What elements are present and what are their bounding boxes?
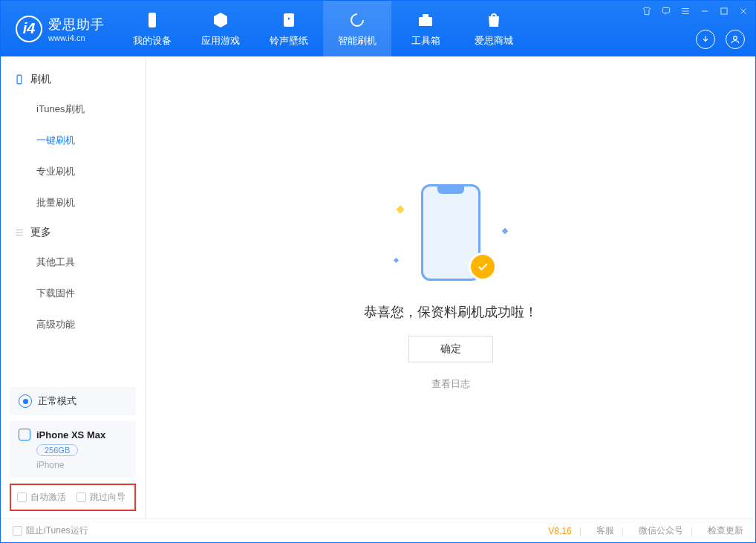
checkbox-label: 阻止iTunes运行: [26, 524, 88, 537]
nav-label: 智能刷机: [338, 34, 377, 48]
device-name: iPhone XS Max: [36, 429, 105, 440]
nav-label: 我的设备: [133, 34, 172, 48]
version-label: V8.16: [548, 526, 571, 536]
group-label: 刷机: [30, 73, 51, 86]
nav-apps[interactable]: 应用游戏: [186, 1, 255, 56]
svg-rect-7: [17, 75, 22, 84]
app-title: 爱思助手: [48, 16, 105, 33]
sidebar-group-more: 更多: [1, 218, 145, 247]
svg-rect-1: [284, 13, 294, 27]
download-button[interactable]: [696, 30, 715, 49]
app-window: i4 爱思助手 www.i4.cn 我的设备 应用游戏 铃声壁纸 智能刷机: [0, 0, 756, 543]
user-button[interactable]: [726, 30, 745, 49]
cube-icon: [211, 10, 230, 30]
support-link[interactable]: 客服: [596, 524, 614, 537]
checkbox-icon: [17, 492, 27, 502]
nav-flash[interactable]: 智能刷机: [323, 1, 391, 56]
svg-rect-4: [662, 7, 669, 13]
check-update-link[interactable]: 检查更新: [708, 524, 743, 537]
footer: 阻止iTunes运行 V8.16 | 客服 | 微信公众号 | 检查更新: [1, 518, 755, 542]
toolbox-icon: [416, 10, 435, 30]
header: i4 爱思助手 www.i4.cn 我的设备 应用游戏 铃声壁纸 智能刷机: [1, 1, 755, 56]
checkbox-label: 跳过向导: [90, 491, 126, 504]
sidebar-item-batch-flash[interactable]: 批量刷机: [1, 187, 145, 218]
svg-rect-3: [423, 14, 428, 17]
sidebar-group-flash: 刷机: [1, 65, 145, 94]
sidebar-item-one-click[interactable]: 一键刷机: [1, 125, 145, 156]
shirt-icon[interactable]: [639, 4, 654, 19]
nav-label: 爱思商城: [475, 34, 513, 48]
group-label: 更多: [30, 226, 51, 239]
window-controls: [639, 4, 751, 19]
svg-rect-0: [149, 13, 156, 27]
nav-label: 工具箱: [411, 34, 440, 48]
nav-toolbox[interactable]: 工具箱: [391, 1, 460, 56]
sidebar: 刷机 iTunes刷机 一键刷机 专业刷机 批量刷机 更多 其他工具 下载固件 …: [1, 56, 146, 518]
body: 刷机 iTunes刷机 一键刷机 专业刷机 批量刷机 更多 其他工具 下载固件 …: [1, 56, 755, 518]
top-nav: 我的设备 应用游戏 铃声壁纸 智能刷机 工具箱 爱思商城: [118, 1, 528, 56]
device-card[interactable]: iPhone XS Max 256GB iPhone: [10, 421, 136, 478]
checkbox-auto-activate[interactable]: 自动激活: [17, 491, 66, 504]
mode-label: 正常模式: [38, 394, 76, 408]
header-right: [696, 30, 745, 49]
success-message: 恭喜您，保资料刷机成功啦！: [364, 303, 538, 321]
device-icon: [143, 10, 162, 30]
check-badge-icon: [469, 253, 497, 281]
checkbox-label: 自动激活: [30, 491, 66, 504]
wechat-link[interactable]: 微信公众号: [639, 524, 683, 537]
refresh-icon: [348, 10, 367, 30]
sidebar-item-download-fw[interactable]: 下载固件: [1, 278, 145, 309]
main-content: 恭喜您，保资料刷机成功啦！ 确定 查看日志: [146, 56, 755, 518]
checkbox-icon: [13, 526, 22, 536]
logo-icon: i4: [16, 16, 42, 42]
minimize-button[interactable]: [697, 4, 712, 19]
device-small-icon: [19, 429, 30, 440]
mode-icon: [19, 394, 32, 408]
checkbox-block-itunes[interactable]: 阻止iTunes运行: [13, 524, 88, 537]
ok-button[interactable]: 确定: [408, 336, 493, 362]
maximize-button[interactable]: [717, 4, 731, 19]
logo-block: i4 爱思助手 www.i4.cn: [1, 1, 118, 56]
feedback-icon[interactable]: [659, 4, 674, 19]
options-highlight-box: 自动激活 跳过向导: [10, 484, 136, 511]
sidebar-item-other-tools[interactable]: 其他工具: [1, 247, 145, 278]
music-icon: [279, 10, 299, 30]
phone-icon: [14, 74, 25, 85]
nav-label: 应用游戏: [201, 34, 240, 48]
app-subtitle: www.i4.cn: [48, 33, 105, 42]
close-button[interactable]: [736, 4, 751, 19]
sidebar-item-pro-flash[interactable]: 专业刷机: [1, 156, 145, 187]
menu-icon[interactable]: [678, 4, 693, 19]
mode-card[interactable]: 正常模式: [10, 387, 136, 415]
nav-label: 铃声壁纸: [270, 34, 308, 48]
sidebar-item-advanced[interactable]: 高级功能: [1, 309, 145, 340]
device-type: iPhone: [36, 460, 127, 470]
nav-store[interactable]: 爱思商城: [460, 1, 528, 56]
checkbox-icon: [76, 492, 86, 502]
nav-ringtone[interactable]: 铃声壁纸: [255, 1, 323, 56]
nav-my-device[interactable]: 我的设备: [118, 1, 186, 56]
bag-icon: [484, 10, 504, 30]
checkbox-skip-guide[interactable]: 跳过向导: [76, 491, 126, 504]
list-icon: [14, 227, 25, 238]
device-capacity: 256GB: [36, 444, 78, 456]
success-illustration: [391, 184, 510, 288]
svg-rect-2: [419, 17, 432, 26]
sidebar-item-itunes-flash[interactable]: iTunes刷机: [1, 94, 145, 125]
svg-rect-5: [721, 8, 727, 14]
view-log-link[interactable]: 查看日志: [431, 377, 470, 391]
svg-point-6: [734, 36, 737, 40]
